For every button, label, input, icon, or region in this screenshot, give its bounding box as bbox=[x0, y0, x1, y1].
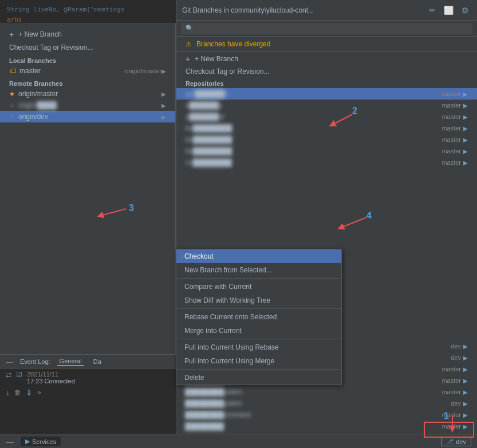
repo-branch-11: master bbox=[441, 388, 461, 395]
context-menu: Checkout New Branch from Selected... Com… bbox=[176, 249, 342, 385]
repo-name-2: a██████or bbox=[186, 113, 441, 121]
dev-branch-label: dev bbox=[456, 438, 466, 445]
search-icon: 🔍 bbox=[186, 25, 194, 32]
panel-new-branch-label: + New Branch bbox=[195, 55, 238, 63]
master-arrow: ▶ bbox=[161, 68, 166, 74]
repo-item-2[interactable]: a██████or master ▶ bbox=[176, 111, 477, 122]
remote-branch-origin-blurred[interactable]: ☆ origin/████ ▶ bbox=[0, 100, 175, 111]
repo-item-13[interactable]: ████████ommand master ▶ bbox=[176, 409, 477, 421]
remote-branch-origin-master[interactable]: ★ origin/master ▶ bbox=[0, 88, 175, 100]
ctx-pull-merge[interactable]: Pull into Current Using Merge bbox=[176, 354, 341, 368]
repo-arrow-0: ▶ bbox=[463, 91, 468, 97]
git-branch-icon: ⎇ bbox=[446, 438, 454, 445]
remote-branch-origin-dev[interactable]: ☆ origin/dev ▶ bbox=[0, 111, 175, 122]
origin-dev-name: origin/dev bbox=[18, 113, 161, 121]
window-icon[interactable]: ⬜ bbox=[441, 5, 456, 16]
ctx-delete[interactable]: Delete bbox=[176, 371, 341, 384]
repo-arrow-13: ▶ bbox=[463, 412, 468, 418]
left-new-branch-button[interactable]: + + New Branch bbox=[0, 27, 175, 41]
search-input[interactable]: 🔍 bbox=[181, 23, 472, 34]
repo-name-11: ████████ystem bbox=[185, 388, 441, 396]
search-bar: 🔍 bbox=[176, 21, 477, 37]
event-log-tab-da[interactable]: Da bbox=[91, 358, 104, 366]
repo-item-3[interactable]: ba████████ master ▶ bbox=[176, 122, 477, 134]
dev-branch-badge[interactable]: ⎇ dev bbox=[441, 437, 471, 446]
services-label: Services bbox=[32, 438, 56, 445]
left-checkout-tag-label: Checkout Tag or Revision... bbox=[9, 43, 93, 51]
repo-branch-1: master bbox=[441, 102, 461, 109]
star-empty-icon: ☆ bbox=[9, 102, 15, 109]
services-button[interactable]: ▶ Services bbox=[21, 437, 61, 446]
left-new-branch-label: + New Branch bbox=[18, 30, 62, 38]
local-branches-header: Local Branches bbox=[0, 54, 175, 65]
download-icon[interactable]: ↓ bbox=[6, 388, 10, 397]
repo-name-4: ba████████ bbox=[186, 136, 441, 144]
ctx-separator-1 bbox=[176, 278, 341, 279]
master-branch-name: master bbox=[19, 67, 120, 75]
repo-item-11[interactable]: ████████ystem master ▶ bbox=[176, 386, 477, 398]
event-log-minus[interactable]: — bbox=[6, 358, 13, 366]
repo-item-14[interactable]: ████████ master ▶ bbox=[176, 421, 477, 432]
header-icons: ✏ ⬜ ⚙ bbox=[427, 5, 471, 16]
repo-arrow-2: ▶ bbox=[463, 114, 468, 120]
repo-name-5: ba████████ bbox=[186, 147, 441, 155]
repo-arrow-12: ▶ bbox=[463, 401, 468, 407]
log-date: 2021/11/11 bbox=[27, 371, 75, 378]
repo-item-0[interactable]: aut██████h master ▶ bbox=[176, 88, 477, 100]
repo-branch-12: dev bbox=[451, 400, 461, 407]
repo-item-5[interactable]: ba████████ master ▶ bbox=[176, 145, 477, 157]
log-check-icon: ☑ bbox=[16, 371, 22, 379]
ctx-new-branch-from[interactable]: New Branch from Selected... bbox=[176, 263, 341, 277]
repo-name-13: ████████ommand bbox=[185, 411, 441, 419]
settings-icon[interactable]: ⚙ bbox=[459, 5, 471, 16]
origin-master-arrow: ▶ bbox=[161, 91, 166, 97]
event-log-header: — Event Log: General Da bbox=[0, 355, 176, 369]
repo-arrow-10: ▶ bbox=[463, 378, 468, 384]
repo-branch-13: master bbox=[441, 411, 461, 418]
status-minus-icon[interactable]: — bbox=[6, 437, 14, 446]
repo-branch-2: master bbox=[441, 113, 461, 120]
event-log-area: — Event Log: General Da ⇄ ☑ 2021/11/11 1… bbox=[0, 354, 176, 434]
repo-item-6[interactable]: co████████ master ▶ bbox=[176, 157, 477, 168]
tag-icon: 🏷 bbox=[9, 67, 16, 75]
repo-name-0: aut██████h bbox=[186, 90, 441, 98]
repo-name-6: co████████ bbox=[186, 158, 441, 166]
local-branch-master[interactable]: 🏷 master origin/master ▶ bbox=[0, 65, 175, 77]
trash-icon[interactable]: 🗑 bbox=[14, 388, 21, 397]
repo-item-4[interactable]: ba████████ master ▶ bbox=[176, 134, 477, 145]
warning-icon: ⚠ bbox=[186, 40, 192, 48]
repo-branch-3: master bbox=[441, 125, 461, 132]
bottom-icons-row: ↓ 🗑 ⇓ » bbox=[0, 386, 176, 399]
repo-name-3: ba████████ bbox=[186, 124, 441, 132]
ctx-separator-2 bbox=[176, 308, 341, 309]
ctx-compare-with-current[interactable]: Compare with Current bbox=[176, 280, 341, 294]
repo-arrow-4: ▶ bbox=[463, 137, 468, 143]
double-down-icon[interactable]: ⇓ bbox=[26, 388, 33, 397]
star-filled-icon: ★ bbox=[9, 90, 15, 98]
event-log-tab-general[interactable]: General bbox=[57, 357, 84, 366]
repo-item-1[interactable]: a██████y master ▶ bbox=[176, 100, 477, 111]
ctx-show-diff[interactable]: Show Diff with Working Tree bbox=[176, 294, 341, 307]
panel-checkout-tag-button[interactable]: Checkout Tag or Revision... bbox=[176, 66, 477, 77]
panel-plus-icon: + bbox=[186, 54, 190, 64]
star-empty-dev-icon: ☆ bbox=[9, 113, 15, 121]
double-right-icon[interactable]: » bbox=[37, 388, 41, 397]
left-checkout-tag-button[interactable]: Checkout Tag or Revision... bbox=[0, 41, 175, 54]
origin-master-name: origin/master bbox=[18, 90, 161, 98]
ctx-pull-rebase[interactable]: Pull into Current Using Rebase bbox=[176, 340, 341, 354]
event-log-label: Event Log: bbox=[20, 358, 50, 365]
panel-checkout-tag-label: Checkout Tag or Revision... bbox=[186, 68, 270, 76]
repo-branch-7: dev bbox=[451, 343, 461, 350]
services-play-icon: ▶ bbox=[25, 438, 30, 445]
repo-item-12[interactable]: ████████ystem dev ▶ bbox=[176, 398, 477, 409]
repo-arrow-14: ▶ bbox=[463, 423, 468, 430]
plus-icon: + bbox=[9, 30, 14, 39]
ctx-separator-3 bbox=[176, 339, 341, 339]
panel-new-branch-button[interactable]: + + New Branch bbox=[176, 52, 477, 66]
ctx-merge-into[interactable]: Merge into Current bbox=[176, 324, 341, 338]
log-message: 17:23 Connected bbox=[27, 378, 75, 384]
repo-branch-5: master bbox=[441, 148, 461, 154]
ctx-checkout[interactable]: Checkout bbox=[176, 249, 341, 263]
ctx-rebase-current[interactable]: Rebase Current onto Selected bbox=[176, 310, 341, 324]
edit-icon[interactable]: ✏ bbox=[427, 5, 438, 16]
